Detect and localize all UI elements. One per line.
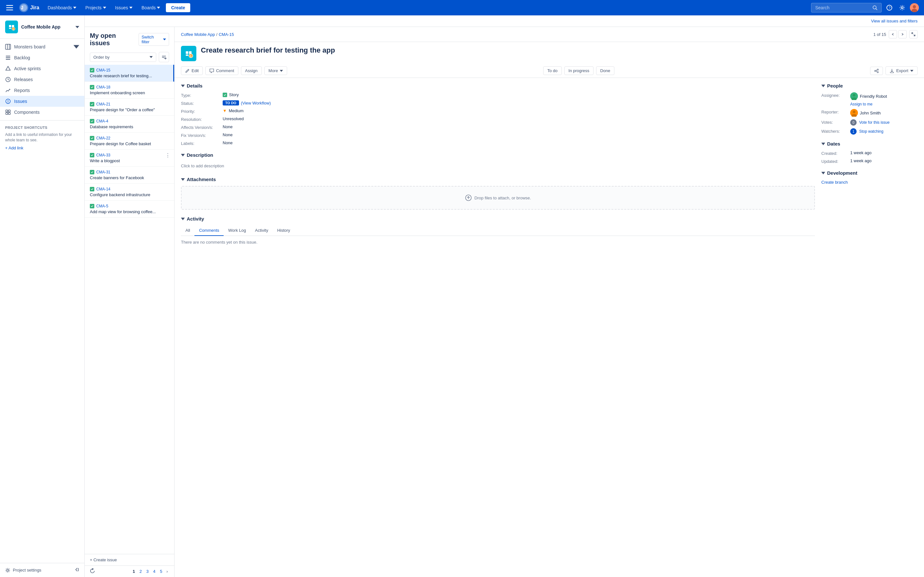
activity-tabs: All Comments Work Log Activity History (181, 226, 815, 236)
chevron-down-icon (73, 44, 79, 50)
tab-activity[interactable]: Activity (250, 226, 273, 236)
page-4[interactable]: 4 (152, 568, 157, 574)
assignee-row: Assignee: Friendly Robot Assign to me (821, 92, 918, 106)
sidebar-item-releases[interactable]: Releases (0, 74, 84, 85)
sprint-icon (5, 66, 11, 71)
user-avatar[interactable] (910, 3, 919, 12)
settings-icon[interactable] (897, 3, 907, 13)
export-button[interactable]: Export (885, 66, 918, 75)
tab-history[interactable]: History (273, 226, 294, 236)
description-section-header[interactable]: Description (181, 152, 815, 158)
issue-item[interactable]: CMA-33 ⋮ Write a blogpost (85, 150, 174, 167)
sidebar-item-backlog[interactable]: Backlog (0, 52, 84, 63)
issue-item[interactable]: CMA-31 Create banners for Facebook (85, 167, 174, 184)
help-icon[interactable]: ? (884, 3, 895, 13)
share-button[interactable] (870, 67, 883, 75)
project-chevron-icon[interactable] (75, 25, 79, 29)
nav-arrows (889, 30, 907, 39)
breadcrumb-issue[interactable]: CMA-15 (219, 32, 234, 37)
details-section-header[interactable]: Details (181, 83, 815, 89)
create-issue-button[interactable]: + Create issue (90, 558, 117, 562)
sidebar-item-reports[interactable]: Reports (0, 85, 84, 96)
view-all-link[interactable]: View all issues and filters (871, 19, 918, 23)
boards-menu[interactable]: Boards (138, 3, 163, 12)
sidebar-item-active-sprints[interactable]: Active sprints (0, 63, 84, 74)
issue-item[interactable]: CMA-21 Prepare design for "Order a coffe… (85, 99, 174, 116)
drop-zone[interactable]: Drop files to attach, or browse. (181, 186, 815, 210)
assign-to-me-link[interactable]: Assign to me (850, 102, 872, 106)
refresh-button[interactable] (90, 568, 95, 574)
jira-logo[interactable]: J Jira (19, 3, 39, 12)
activity-section-header[interactable]: Activity (181, 216, 815, 221)
resolution-value: Unresolved (223, 116, 244, 121)
attachments-section-header[interactable]: Attachments (181, 177, 815, 182)
tab-worklog[interactable]: Work Log (224, 226, 250, 236)
add-link-button[interactable]: + Add link (5, 145, 79, 150)
description-section: Description Click to add description (181, 152, 815, 170)
create-button[interactable]: Create (166, 3, 190, 12)
description-field[interactable]: Click to add description (181, 161, 815, 170)
issue-type-icon (90, 136, 94, 140)
prev-issue-button[interactable] (889, 30, 897, 39)
collapse-sidebar-button[interactable] (74, 567, 79, 573)
issues-toolbar: Order by (85, 49, 174, 65)
issue-item[interactable]: CMA-14 Configure backend infrastructure (85, 184, 174, 201)
resolution-field: Resolution: Unresolved (181, 116, 815, 122)
switch-filter-button[interactable]: Switch filter (139, 33, 169, 46)
page-3[interactable]: 3 (145, 568, 150, 574)
comment-button[interactable]: Comment (205, 66, 238, 75)
development-section-header[interactable]: Development (821, 170, 918, 176)
issue-item[interactable]: CMA-15 Create research brief for testing… (85, 65, 174, 82)
breadcrumb-project[interactable]: Coffee Mobile App (181, 32, 215, 37)
status-badge: TO DO (223, 100, 239, 105)
sidebar-item-label: Active sprints (14, 66, 41, 71)
page-5[interactable]: 5 (158, 568, 164, 574)
vote-link[interactable]: Vote for this issue (859, 120, 890, 125)
tab-all[interactable]: All (181, 226, 194, 236)
people-section-header[interactable]: People (821, 83, 918, 89)
issue-title: Add map view for browsing coffee... (90, 210, 169, 214)
development-section: Development Create branch (821, 170, 918, 185)
issue-type-icon (90, 119, 94, 123)
issue-item[interactable]: CMA-4 Database requirements (85, 116, 174, 133)
dashboards-menu[interactable]: Dashboards (44, 3, 79, 12)
order-by-select[interactable]: Order by (90, 53, 156, 62)
sidebar-item-monsters-board[interactable]: Monsters board (0, 41, 84, 52)
dates-section-header[interactable]: Dates (821, 141, 918, 147)
search-input[interactable]: Search (811, 3, 882, 13)
project-settings-button[interactable]: Project settings (5, 568, 41, 573)
sort-direction-button[interactable] (159, 52, 169, 62)
issues-menu[interactable]: Issues (112, 3, 136, 12)
app-body: $ Coffee Mobile App Monsters board Backl… (0, 15, 924, 577)
stop-watching-link[interactable]: Stop watching (859, 129, 883, 134)
edit-button[interactable]: Edit (181, 66, 203, 75)
projects-menu[interactable]: Projects (82, 3, 110, 12)
gear-icon (5, 568, 10, 573)
pagination: 1 2 3 4 5 › (131, 568, 169, 574)
labels-field: Labels: None (181, 140, 815, 146)
next-issue-button[interactable] (898, 30, 907, 39)
page-2[interactable]: 2 (138, 568, 144, 574)
expand-issue-button[interactable] (909, 30, 918, 39)
create-branch-link[interactable]: Create branch (821, 180, 848, 185)
done-button[interactable]: Done (596, 66, 614, 75)
issue-more-icon[interactable]: ⋮ (165, 153, 170, 158)
issue-item[interactable]: CMA-5 Add map view for browsing coffee..… (85, 201, 174, 218)
hamburger-icon[interactable] (5, 3, 14, 12)
todo-button[interactable]: To do (543, 66, 562, 75)
page-1[interactable]: 1 (131, 568, 136, 574)
svg-point-45 (877, 71, 879, 73)
issue-item[interactable]: CMA-18 Implement onboarding screen (85, 82, 174, 99)
sidebar-item-components[interactable]: Components (0, 107, 84, 118)
view-workflow-link[interactable]: (View Workflow) (241, 101, 271, 105)
reports-icon (5, 87, 11, 93)
sidebar-item-issues[interactable]: Issues (0, 96, 84, 107)
tab-comments[interactable]: Comments (194, 226, 224, 236)
assign-button[interactable]: Assign (241, 66, 262, 75)
project-header: $ Coffee Mobile App (0, 15, 84, 39)
in-progress-button[interactable]: In progress (564, 66, 594, 75)
issues-footer: + Create issue (85, 554, 174, 566)
more-button[interactable]: More (264, 66, 288, 75)
issue-item[interactable]: CMA-22 Prepare design for Coffee basket (85, 133, 174, 150)
next-page-button[interactable]: › (165, 568, 169, 574)
